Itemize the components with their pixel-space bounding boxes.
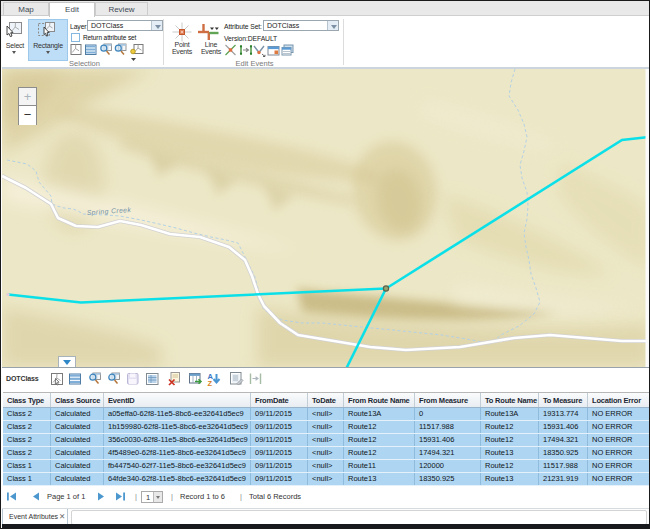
- svg-text:Z: Z: [208, 379, 213, 388]
